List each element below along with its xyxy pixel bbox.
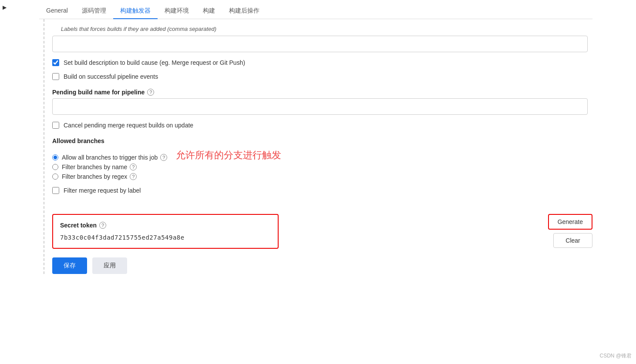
checkbox-filter-label-label: Filter merge request by label (64, 187, 141, 194)
page-wrapper: ▶ General 源码管理 构建触发器 构建环境 构建 构建后操作 Label… (0, 0, 636, 364)
checkbox-cancel-pending-row: Cancel pending merge request builds on u… (52, 122, 592, 129)
chinese-annotation: 允许所有的分支进行触发 (176, 149, 281, 162)
allowed-branches-heading: Allowed branches (52, 137, 592, 144)
tab-post-build[interactable]: 构建后操作 (222, 3, 266, 19)
checkbox-pipeline-row: Build on successful pipeline events (52, 73, 592, 80)
main-content: General 源码管理 构建触发器 构建环境 构建 构建后操作 Labels … (39, 0, 636, 274)
token-buttons-container: Generate Clear (548, 214, 592, 248)
radio-allow-all-row: Allow all branches to trigger this job ? (52, 154, 167, 161)
tab-general[interactable]: General (39, 3, 75, 19)
tab-bar: General 源码管理 构建触发器 构建环境 构建 构建后操作 (39, 0, 592, 19)
tab-source-management[interactable]: 源码管理 (75, 3, 113, 19)
secret-token-help-icon[interactable]: ? (99, 222, 106, 229)
pending-build-help-icon[interactable]: ? (147, 89, 154, 96)
checkbox-build-desc[interactable] (52, 59, 59, 66)
checkbox-filter-label-row: Filter merge request by label (52, 187, 167, 194)
labels-input[interactable] (52, 36, 588, 52)
radio-filter-name-help-icon[interactable]: ? (130, 164, 137, 170)
left-arrow-icon: ▶ (3, 4, 7, 10)
pending-build-heading: Pending build name for pipeline ? (52, 89, 592, 96)
radio-filter-regex-label: Filter branches by regex ? (62, 173, 137, 180)
checkbox-build-desc-row: Set build description to build cause (eg… (52, 59, 592, 66)
checkbox-filter-label[interactable] (52, 187, 59, 194)
secret-token-section: Secret token ? 7b33c0c04f3dad7215755ed27… (52, 214, 279, 249)
tab-build-triggers[interactable]: 构建触发器 (113, 3, 158, 19)
watermark: CSDN @锋君 (599, 352, 632, 360)
generate-button[interactable]: Generate (548, 214, 592, 230)
bottom-actions: 保存 应用 (52, 257, 592, 274)
labels-heading: Labels that forces builds if they are ad… (52, 26, 216, 32)
radio-allow-all[interactable] (52, 154, 58, 160)
secret-token-area: Secret token ? 7b33c0c04f3dad7215755ed27… (52, 214, 592, 249)
clear-button[interactable]: Clear (553, 233, 592, 248)
apply-button[interactable]: 应用 (92, 257, 127, 274)
tab-build-env[interactable]: 构建环境 (158, 3, 196, 19)
tab-build[interactable]: 构建 (196, 3, 222, 19)
radio-allow-all-help-icon[interactable]: ? (160, 154, 167, 161)
secret-token-heading: Secret token ? (60, 222, 271, 229)
checkbox-build-desc-label: Set build description to build cause (eg… (64, 59, 245, 66)
checkbox-build-pipeline[interactable] (52, 73, 59, 80)
radio-filter-regex[interactable] (52, 174, 58, 180)
checkbox-pipeline-label: Build on successful pipeline events (64, 73, 158, 80)
radio-filter-regex-help-icon[interactable]: ? (130, 173, 137, 180)
secret-token-value: 7b33c0c04f3dad7215755ed27a549a8e (60, 234, 271, 241)
radio-filter-name[interactable] (52, 164, 58, 170)
pending-build-input[interactable] (52, 98, 588, 115)
checkbox-cancel-pending[interactable] (52, 122, 59, 129)
checkbox-cancel-pending-label: Cancel pending merge request builds on u… (64, 122, 193, 129)
radio-filter-name-row: Filter branches by name ? (52, 164, 167, 170)
radio-allow-all-label: Allow all branches to trigger this job ? (62, 154, 167, 161)
save-button[interactable]: 保存 (52, 257, 87, 274)
allowed-branches-radio-group: Allow all branches to trigger this job ?… (52, 151, 167, 201)
radio-filter-name-label: Filter branches by name ? (62, 164, 137, 170)
radio-filter-regex-row: Filter branches by regex ? (52, 173, 167, 180)
